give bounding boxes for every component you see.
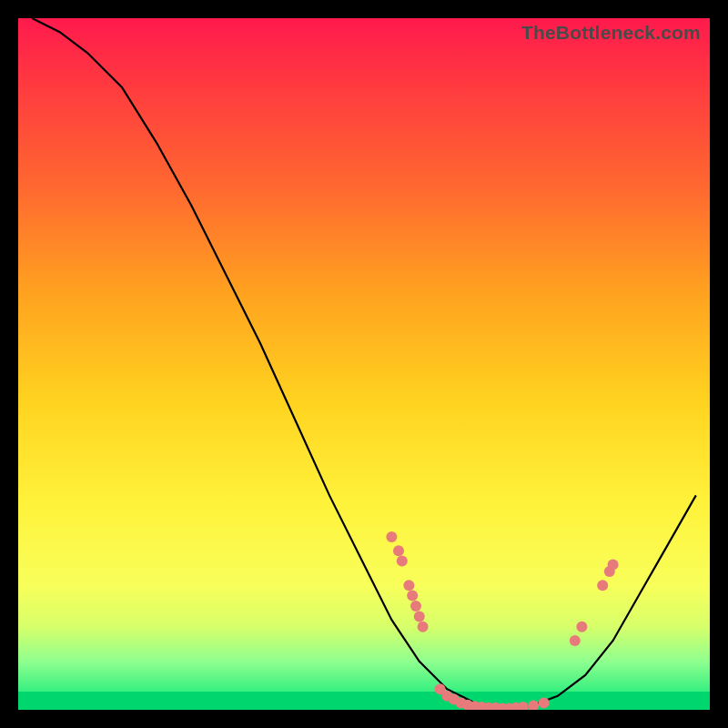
data-dot (393, 545, 404, 556)
data-dot (576, 622, 587, 632)
data-dot (570, 635, 581, 646)
data-dot (403, 580, 414, 591)
data-dot (386, 531, 397, 542)
bottleneck-curve-svg (18, 18, 710, 710)
data-dot (518, 702, 529, 710)
data-dot (418, 622, 429, 632)
data-dot (528, 700, 539, 710)
data-dot (597, 580, 608, 591)
data-dot (539, 697, 550, 708)
data-dot (397, 556, 408, 567)
chart-frame: TheBottleneck.com (18, 18, 710, 710)
plot-area (18, 18, 710, 710)
data-dot (414, 611, 425, 622)
data-dot (608, 559, 619, 570)
watermark-text: TheBottleneck.com (521, 22, 701, 44)
bottleneck-curve (32, 18, 696, 710)
data-dot (410, 601, 421, 612)
data-dots (386, 531, 618, 710)
data-dot (407, 591, 418, 602)
